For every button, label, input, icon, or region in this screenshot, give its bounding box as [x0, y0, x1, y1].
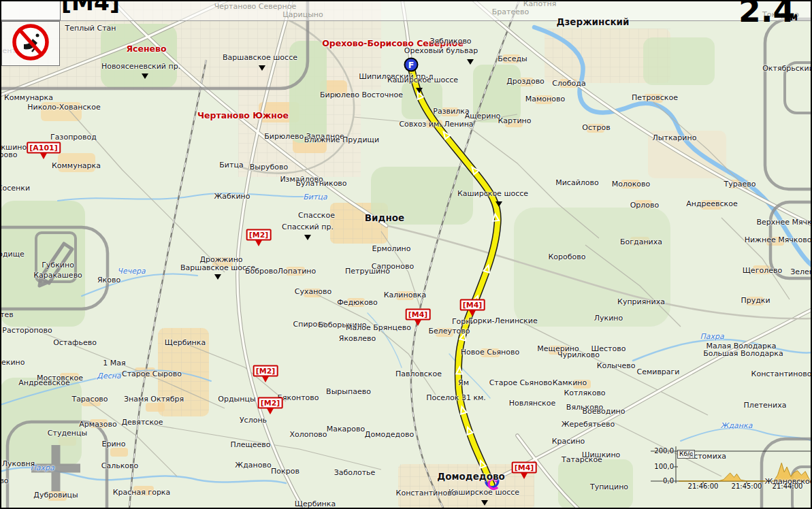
- hud-scale-value[interactable]: 2.4: [738, 0, 795, 29]
- hud-distance-time-box[interactable]: 20 км 0:21': [0, 0, 61, 20]
- chart-ytick-100: 100,0: [654, 463, 674, 470]
- map-canvas[interactable]: F: [0, 0, 812, 509]
- hud-road-label[interactable]: [М4]: [61, 0, 120, 16]
- map-viewport[interactable]: F: [0, 0, 812, 509]
- gps-disconnected-icon: [2, 22, 59, 65]
- top-overlay-strip: [0, 0, 812, 21]
- chart-xtick-3: 21:44:00: [773, 483, 803, 490]
- hud-eta: 0:21': [1, 0, 60, 1]
- finish-marker-icon: F: [405, 59, 418, 71]
- chart-xtick-1: 21:46:00: [688, 483, 719, 490]
- chart-ytick-0: 0,0: [663, 478, 674, 485]
- hud-scale-unit: м: [790, 11, 798, 23]
- chart-unit-label: Кб/с: [677, 450, 695, 459]
- svg-text:F: F: [408, 60, 415, 70]
- chart-ytick-200: 200,0: [654, 448, 674, 455]
- chart-xtick-2: 21:45:00: [732, 483, 762, 490]
- hud-gps-box[interactable]: [1, 21, 60, 66]
